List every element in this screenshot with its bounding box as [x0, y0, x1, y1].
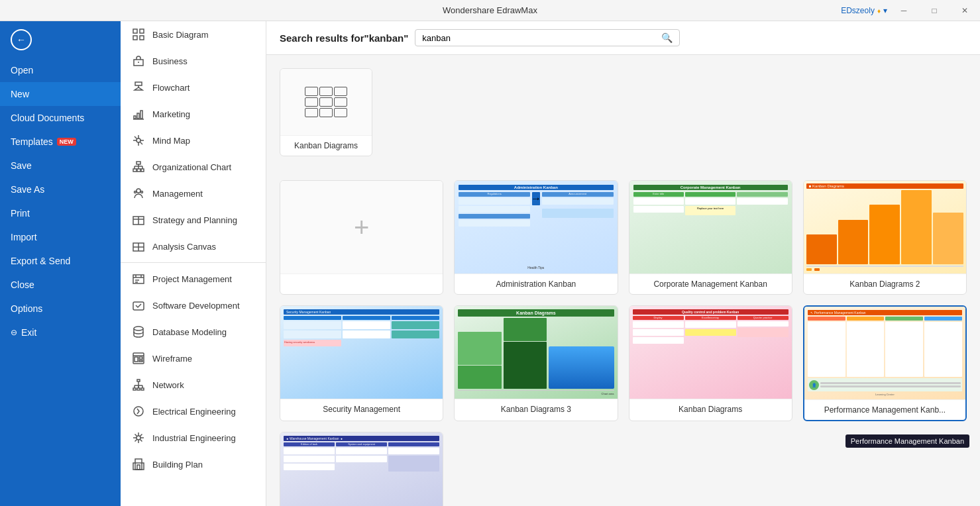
cat-label-project: Project Management	[152, 274, 232, 284]
cat-item-basic[interactable]: Basic Diagram	[121, 21, 266, 48]
svg-rect-38	[133, 275, 144, 283]
sidebar-label-options: Options	[11, 303, 42, 314]
svg-rect-52	[133, 388, 136, 390]
search-icon[interactable]: 🔍	[661, 32, 673, 43]
cat-item-marketing[interactable]: Marketing	[121, 101, 266, 127]
category-sidebar: Basic Diagram Business Flowchart Marketi…	[121, 21, 266, 506]
cat-item-management[interactable]: Management	[121, 180, 266, 207]
cat-label-network: Network	[152, 380, 184, 390]
cat-label-software: Software Development	[152, 301, 240, 311]
sidebar-item-cloud[interactable]: Cloud Documents	[0, 106, 121, 130]
cat-item-wireframe[interactable]: Wireframe	[121, 345, 266, 372]
cat-item-orgchart[interactable]: Organizational Chart	[121, 154, 266, 180]
warehouse-row: ●Warehouse Management Kanban● Edition of…	[280, 432, 967, 506]
template-kanban2[interactable]: ■ Kanban Diagrams	[803, 180, 967, 295]
cat-item-strategy[interactable]: Strategy and Planning	[121, 207, 266, 233]
performance-label: Performance Management Kanb...	[804, 399, 965, 420]
template-warehouse[interactable]: ●Warehouse Management Kanban● Edition of…	[280, 432, 443, 506]
orgchart-icon	[131, 160, 146, 174]
business-icon	[131, 54, 146, 68]
sidebar-item-options[interactable]: Options	[0, 297, 121, 321]
sidebar-item-open[interactable]: Open	[0, 58, 121, 82]
cat-item-mindmap[interactable]: Mind Map	[121, 127, 266, 154]
minimize-button[interactable]: ─	[889, 0, 919, 21]
cat-item-flowchart[interactable]: Flowchart	[121, 74, 266, 101]
strategy-icon	[131, 213, 146, 227]
sidebar-item-save[interactable]: Save	[0, 154, 121, 177]
back-button[interactable]: ←	[0, 21, 121, 58]
marketing-icon	[131, 107, 146, 121]
cat-item-analysis[interactable]: Analysis Canvas	[121, 233, 266, 260]
cat-label-building: Building Plan	[152, 460, 203, 470]
kanban-category-card[interactable]: Kanban Diagrams	[280, 68, 372, 156]
sidebar-label-print: Print	[11, 208, 30, 219]
template-performance[interactable]: ↖Performance Management Kanban	[803, 305, 967, 421]
software-icon	[131, 298, 146, 313]
svg-rect-72	[137, 465, 140, 470]
svg-point-61	[136, 436, 140, 440]
svg-rect-23	[141, 169, 144, 172]
project-icon	[131, 272, 146, 286]
blank-label	[280, 274, 443, 285]
cat-item-building[interactable]: Building Plan	[121, 451, 266, 478]
search-input[interactable]	[422, 33, 661, 43]
user-area: EDszeoly ♦ ▾	[841, 0, 887, 21]
sidebar-item-import[interactable]: Import	[0, 225, 121, 249]
cat-item-business[interactable]: Business	[121, 48, 266, 74]
cat-item-network[interactable]: Network	[121, 372, 266, 398]
window-controls: ─ □ ✕	[889, 0, 980, 21]
search-input-wrap[interactable]: 🔍	[415, 29, 680, 46]
sidebar-item-templates[interactable]: Templates NEW	[0, 130, 121, 154]
templates-new-badge: NEW	[57, 138, 76, 146]
industrial-icon	[131, 430, 146, 445]
kanban-icon-thumb	[280, 69, 372, 135]
sidebar-item-exit[interactable]: ⊖ Exit	[0, 321, 121, 344]
cat-item-database[interactable]: Database Modeling	[121, 319, 266, 345]
cat-item-electrical[interactable]: Electrical Engineering	[121, 398, 266, 425]
svg-rect-71	[135, 459, 142, 470]
username: EDszeoly	[841, 6, 875, 15]
cat-item-software[interactable]: Software Development	[121, 292, 266, 319]
sidebar-item-export[interactable]: Export & Send	[0, 249, 121, 273]
template-grid: + Administration Kanban Regulations	[280, 180, 967, 421]
sidebar-item-print[interactable]: Print	[0, 201, 121, 225]
svg-point-60	[134, 407, 143, 416]
kanban2-label: Kanban Diagrams 2	[804, 274, 966, 294]
cat-item-industrial[interactable]: Industrial Engineering	[121, 425, 266, 451]
sidebar-label-save: Save	[11, 160, 32, 171]
template-corp-kanban[interactable]: Corporate Management Kanban Enter title	[629, 180, 792, 295]
sidebar-label-open: Open	[11, 65, 33, 76]
template-kanban3[interactable]: Kanban Diagrams	[454, 305, 618, 421]
sidebar-item-new[interactable]: New	[0, 82, 121, 106]
left-sidebar: ← Open New Cloud Documents Templates NEW…	[0, 21, 121, 506]
svg-point-29	[136, 189, 140, 193]
sidebar-item-close[interactable]: Close	[0, 273, 121, 297]
template-admin-kanban[interactable]: Administration Kanban Regulations	[454, 180, 618, 295]
svg-point-31	[141, 191, 143, 193]
cat-item-project[interactable]: Project Management	[121, 266, 266, 292]
sidebar-label-save-as: Save As	[11, 184, 44, 195]
cat-label-electrical: Electrical Engineering	[152, 407, 236, 417]
main-layout: ← Open New Cloud Documents Templates NEW…	[0, 21, 980, 506]
svg-rect-54	[141, 388, 144, 390]
sidebar-label-cloud: Cloud Documents	[11, 113, 84, 123]
user-dropdown-icon[interactable]: ▾	[883, 6, 887, 15]
new-blank-template[interactable]: +	[280, 180, 443, 295]
wireframe-icon	[131, 351, 146, 366]
maximize-button[interactable]: □	[919, 0, 950, 21]
template-security[interactable]: Security Management Kanban Having securi…	[280, 305, 443, 421]
template-kanban-plain[interactable]: Quality control and problem Kanban Displ…	[629, 305, 792, 421]
sidebar-label-export: Export & Send	[11, 256, 70, 266]
sidebar-label-new: New	[11, 89, 29, 99]
svg-point-30	[135, 191, 136, 193]
svg-point-45	[134, 327, 143, 330]
sidebar-item-save-as[interactable]: Save As	[0, 177, 121, 201]
svg-rect-51	[137, 380, 140, 381]
sidebar-label-close: Close	[11, 279, 34, 290]
close-button[interactable]: ✕	[950, 0, 980, 21]
svg-rect-49	[139, 357, 142, 359]
basic-diagram-icon	[131, 27, 146, 42]
svg-rect-10	[137, 113, 139, 119]
mindmap-icon	[131, 133, 146, 148]
cat-label-basic: Basic Diagram	[152, 30, 209, 40]
